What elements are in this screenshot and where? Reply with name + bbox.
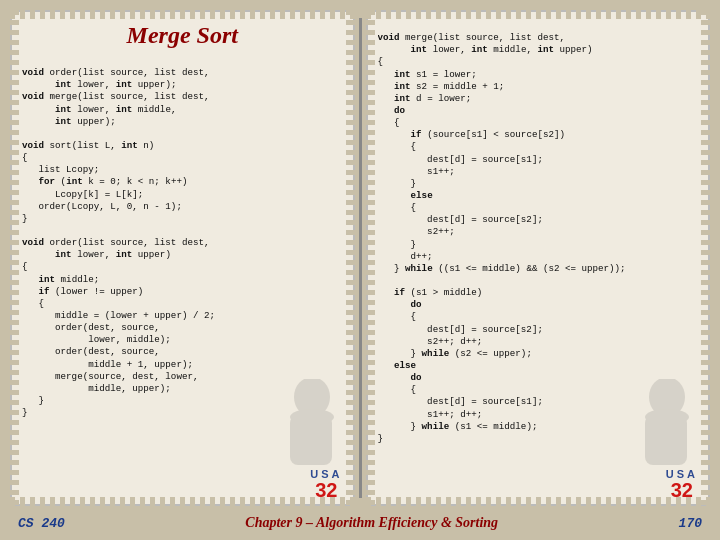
left-stamp: Merge Sort void order(list source, list … — [10, 10, 355, 506]
usa-number-right: 32 — [671, 480, 693, 500]
usa-badge-right: USA 32 — [666, 468, 698, 500]
page-number: 170 — [679, 516, 702, 531]
left-code-block: void order(list source, list dest, int l… — [22, 55, 343, 431]
usa-number: 32 — [315, 480, 337, 500]
right-stamp: void merge(list source, list dest, int l… — [366, 10, 711, 506]
bottom-bar: CS 240 Chapter 9 – Algorithm Efficiency … — [0, 506, 720, 540]
course-label: CS 240 — [18, 516, 65, 531]
usa-badge-left: USA 32 — [310, 468, 342, 500]
right-code-block: void merge(list source, list dest, int l… — [378, 20, 699, 457]
stamp-title: Merge Sort — [22, 22, 343, 49]
chapter-title: Chapter 9 – Algorithm Efficiency & Sorti… — [245, 515, 498, 531]
